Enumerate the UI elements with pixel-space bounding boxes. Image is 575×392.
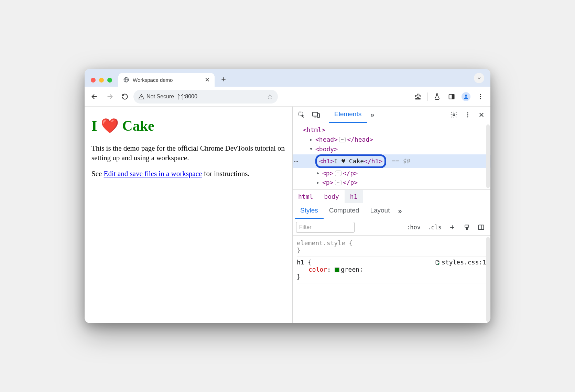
page-paragraph-1: This is the demo page for the official C… (91, 143, 285, 163)
tab-elements[interactable]: Elements (329, 107, 367, 123)
dom-node-html[interactable]: <html> (297, 125, 488, 135)
hover-toggle[interactable]: :hov (404, 222, 423, 232)
console-ref: == $0 (391, 156, 410, 166)
svg-point-13 (467, 114, 468, 115)
browser-menu-icon[interactable] (474, 90, 487, 103)
settings-icon[interactable] (447, 108, 461, 122)
dom-node-head[interactable]: ▶<head> ⋯ </head> (297, 135, 488, 144)
computed-side-icon[interactable] (475, 221, 487, 233)
svg-point-14 (467, 116, 468, 117)
address-bar[interactable]: Not Secure [::]:8000 ☆ (133, 90, 278, 104)
extensions-icon[interactable] (412, 90, 425, 103)
close-tab-icon[interactable]: ✕ (205, 76, 210, 84)
browser-tab[interactable]: Workspace demo ✕ (118, 73, 215, 87)
svg-point-5 (480, 94, 481, 95)
svg-point-7 (480, 98, 481, 99)
close-devtools-icon[interactable] (475, 108, 488, 122)
separator (427, 92, 428, 101)
globe-icon (123, 77, 129, 83)
svg-point-12 (467, 112, 468, 113)
tab-title: Workspace demo (133, 77, 173, 83)
dom-node-p[interactable]: ▶<p> ⋯ </p> (297, 178, 488, 187)
page-heading: I ❤️ Cake (91, 116, 285, 136)
svg-point-4 (465, 95, 467, 97)
styles-toolbar: Filter :hov .cls (293, 219, 490, 236)
dom-breadcrumb: html body h1 (293, 189, 490, 203)
warning-icon (138, 94, 144, 100)
security-label: Not Secure (147, 94, 174, 100)
devtools-top-bar: Elements » (293, 107, 490, 123)
tab-layout[interactable]: Layout (365, 203, 395, 219)
scrollbar[interactable] (486, 237, 490, 322)
svg-rect-15 (479, 225, 484, 229)
more-tabs-icon[interactable]: » (368, 111, 377, 119)
dom-node-p[interactable]: ▶<p> ⋯ </p> (297, 168, 488, 178)
dom-tree[interactable]: <html> ▶<head> ⋯ </head> ▼<body> ⋯ <h1>I… (293, 123, 490, 189)
styles-filter-input[interactable]: Filter (296, 222, 355, 233)
color-swatch-icon[interactable] (335, 268, 339, 272)
back-button[interactable] (88, 90, 101, 103)
crumb-html[interactable]: html (293, 190, 318, 203)
css-property[interactable]: color: green; (297, 266, 486, 273)
close-window-icon[interactable] (91, 78, 96, 83)
forward-button[interactable] (103, 90, 116, 103)
toolbar-actions (412, 90, 487, 103)
separator (326, 110, 326, 119)
security-chip[interactable]: Not Secure (138, 94, 174, 100)
svg-rect-3 (452, 94, 454, 99)
window-controls (91, 78, 112, 83)
inspect-element-icon[interactable] (295, 108, 308, 122)
cls-toggle[interactable]: .cls (425, 222, 444, 232)
device-toolbar-icon[interactable] (309, 108, 323, 122)
crumb-body[interactable]: body (318, 190, 344, 203)
tab-list-button[interactable] (474, 73, 484, 83)
dom-node-selected[interactable]: ⋯ <h1>I ♥ Cake</h1> == $0 (293, 154, 490, 168)
devtools-panel: Elements » <html> ▶<head> ⋯ </h (292, 107, 490, 323)
file-icon (435, 260, 440, 265)
row-actions-icon[interactable]: ⋯ (294, 156, 299, 166)
svg-point-11 (453, 114, 455, 116)
workspace-tutorial-link[interactable]: Edit and save files in a workspace (104, 170, 202, 178)
content-area: I ❤️ Cake This is the demo page for the … (85, 107, 490, 323)
selection-highlight: <h1>I ♥ Cake</h1> (315, 154, 386, 168)
styles-tab-bar: Styles Computed Layout » (293, 203, 490, 219)
labs-icon[interactable] (431, 90, 444, 103)
rendered-page: I ❤️ Cake This is the demo page for the … (85, 107, 292, 323)
tab-computed[interactable]: Computed (324, 203, 365, 219)
tab-styles[interactable]: Styles (295, 203, 324, 219)
bookmark-star-icon[interactable]: ☆ (267, 92, 273, 101)
dom-node-body[interactable]: ▼<body> (297, 144, 488, 154)
url-text: [::]:8000 (177, 94, 197, 100)
profile-icon[interactable] (459, 90, 473, 103)
svg-rect-9 (313, 112, 318, 116)
tab-strip: Workspace demo ✕ ＋ (85, 69, 490, 87)
more-styles-tabs-icon[interactable]: » (395, 207, 404, 215)
minimize-window-icon[interactable] (99, 78, 104, 83)
browser-window: Workspace demo ✕ ＋ Not Secure [::]:8000 … (85, 69, 490, 323)
browser-toolbar: Not Secure [::]:8000 ☆ (85, 87, 490, 107)
devtools-menu-icon[interactable] (461, 108, 475, 122)
page-paragraph-2: See Edit and save files in a workspace f… (91, 169, 285, 178)
side-panel-icon[interactable] (445, 90, 458, 103)
scrollbar[interactable] (486, 124, 490, 188)
stylesheet-source-link[interactable]: styles.css:1 (435, 259, 486, 266)
styles-rules[interactable]: element.style { } styles.css:1 h1 { colo… (293, 236, 490, 323)
element-style-rule[interactable]: element.style { } (297, 238, 486, 257)
new-tab-button[interactable]: ＋ (218, 74, 229, 85)
svg-point-6 (480, 96, 481, 97)
maximize-window-icon[interactable] (107, 78, 112, 83)
crumb-h1[interactable]: h1 (345, 190, 363, 203)
svg-point-16 (438, 263, 439, 264)
paint-flash-icon[interactable] (461, 221, 473, 233)
h1-rule[interactable]: styles.css:1 h1 { color: green; } (297, 257, 486, 283)
new-style-rule-icon[interactable] (446, 221, 458, 233)
reload-button[interactable] (118, 90, 131, 103)
